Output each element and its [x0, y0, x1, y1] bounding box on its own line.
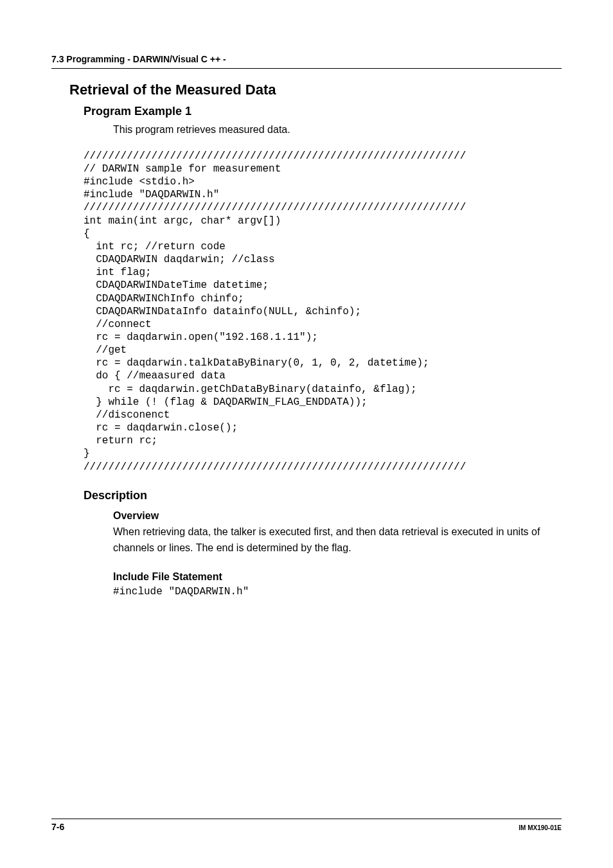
include-code: #include "DAQDARWIN.h"	[113, 585, 562, 599]
page-number: 7-6	[51, 822, 64, 832]
doc-id: IM MX190-01E	[519, 824, 562, 831]
page-footer: 7-6 IM MX190-01E	[51, 819, 562, 832]
code-block: ////////////////////////////////////////…	[84, 150, 562, 474]
page-content: 7.3 Programming - DARWIN/Visual C ++ - R…	[0, 0, 613, 599]
section-header: 7.3 Programming - DARWIN/Visual C ++ -	[51, 54, 562, 69]
example-heading: Program Example 1	[84, 105, 562, 118]
description-heading: Description	[84, 489, 562, 502]
overview-heading: Overview	[113, 510, 562, 522]
overview-text: When retrieving data, the talker is exec…	[113, 524, 562, 556]
example-intro: This program retrieves measured data.	[113, 122, 562, 138]
page-title: Retrieval of the Measured Data	[69, 82, 562, 98]
include-heading: Include File Statement	[113, 571, 562, 583]
